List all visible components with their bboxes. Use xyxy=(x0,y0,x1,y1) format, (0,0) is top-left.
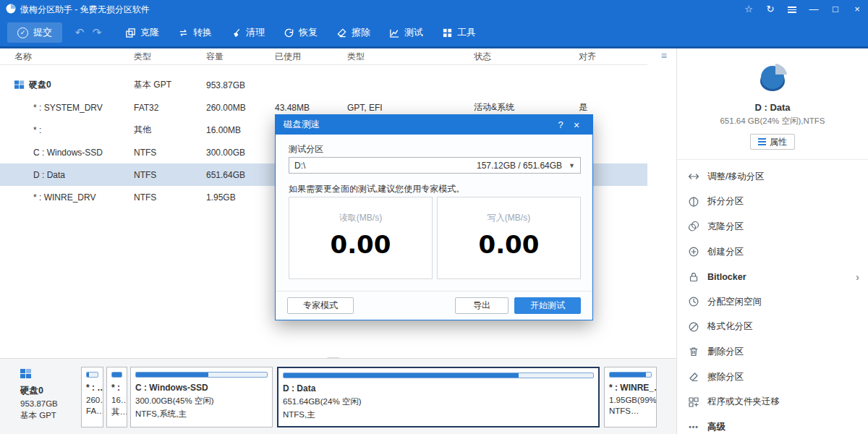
column-capacity[interactable]: 容量 xyxy=(206,51,275,63)
column-name[interactable]: 名称 xyxy=(14,51,134,63)
toolbar-item-erase[interactable]: 擦除 xyxy=(327,19,380,46)
dialog-body: 测试分区 D:\ 157.12GB / 651.64GB ▼ 如果需要更全面的测… xyxy=(276,135,592,320)
disk-icon xyxy=(14,80,25,90)
sidebar-action-resize-move[interactable]: 调整/移动分区 xyxy=(677,164,868,190)
toolbar-item-tools[interactable]: 工具 xyxy=(433,19,485,46)
sidebar-action-clone[interactable]: 克隆分区 xyxy=(677,214,868,239)
clean-icon xyxy=(231,27,242,38)
partition-block-winre[interactable]: * : WINRE_… 1.95GB(99%… NTFS… xyxy=(604,367,657,427)
dialog-titlebar: 磁盘测速 ? × xyxy=(276,115,592,135)
expert-mode-button[interactable]: 专家模式 xyxy=(287,297,354,314)
column-fs-type[interactable]: 类型 xyxy=(347,51,474,63)
toolbar-items: 克隆 转换 清理 恢复 擦除 测试 工具 xyxy=(116,19,485,46)
partition-block-d-drive[interactable]: D : Data 651.64GB(24% 空闲) NTFS,主 xyxy=(277,367,600,427)
table-row-disk0[interactable]: 硬盘0 基本 GPT 953.87GB xyxy=(0,74,647,96)
usage-bar xyxy=(609,372,652,378)
sidebar-action-delete[interactable]: 删除分区 xyxy=(677,339,868,365)
read-speed-value: 0.00 xyxy=(289,230,432,259)
sidebar-action-allocate-free-space[interactable]: 分配空闲空间 xyxy=(677,289,868,315)
column-used[interactable]: 已使用 xyxy=(275,51,347,63)
check-icon: ✓ xyxy=(17,27,28,38)
close-button[interactable]: × xyxy=(846,0,868,19)
sidebar-action-bitlocker[interactable]: Bitlocker › xyxy=(677,264,868,289)
write-speed-panel: 写入(MB/s) 0.00 xyxy=(437,197,581,279)
format-partition-icon xyxy=(688,321,699,333)
chevron-right-icon: › xyxy=(856,271,859,283)
clone-partition-icon xyxy=(688,221,699,232)
expert-mode-hint: 如果需要更全面的测试,建议您使用专家模式。 xyxy=(289,183,464,195)
column-status[interactable]: 状态 xyxy=(474,51,579,63)
partition-block-c-drive[interactable]: C : Windows-SSD 300.00GB(45% 空闲) NTFS,系统… xyxy=(130,367,273,427)
sidebar-action-format[interactable]: 格式化分区 xyxy=(677,315,868,340)
favorite-star-icon[interactable]: ☆ xyxy=(738,0,760,19)
erase-icon xyxy=(336,27,347,38)
disk-size: 953.87GB xyxy=(20,399,78,408)
disk-icon xyxy=(20,369,32,379)
sidebar-actions: 调整/移动分区 拆分分区 克隆分区 创建分区 Bitlocker › 分配空闲空… xyxy=(677,160,868,434)
partition-block-reserved[interactable]: * : 16… 其… xyxy=(106,367,127,427)
write-speed-label: 写入(MB/s) xyxy=(438,212,580,224)
partition-block-system[interactable]: * : … 260… FA… xyxy=(81,367,103,427)
selected-partition-name: D : Data xyxy=(677,102,868,113)
split-partition-icon xyxy=(688,196,699,208)
create-partition-icon xyxy=(688,246,699,258)
read-speed-panel: 读取(MB/s) 0.00 xyxy=(289,197,433,279)
export-button[interactable]: 导出 xyxy=(455,297,509,314)
trash-icon xyxy=(688,346,699,357)
sidebar-action-create[interactable]: 创建分区 xyxy=(677,239,868,265)
undo-icon[interactable]: ↶ xyxy=(71,26,88,39)
dialog-title: 磁盘测速 xyxy=(284,119,320,131)
sidebar-action-app-migration[interactable]: 程序或文件夹迁移 xyxy=(677,389,868,414)
dialog-close-icon[interactable]: × xyxy=(569,119,584,131)
menu-icon[interactable] xyxy=(781,0,803,19)
properties-button[interactable]: 属性 xyxy=(750,134,795,150)
write-speed-value: 0.00 xyxy=(438,230,580,259)
toolbar-divider xyxy=(0,46,868,48)
clock-icon xyxy=(688,296,699,307)
usage-bar xyxy=(111,372,122,378)
test-partition-label: 测试分区 xyxy=(289,143,323,156)
submit-label: 提交 xyxy=(33,26,52,39)
disk-info-block[interactable]: 硬盘0 953.87GB 基本 GPT xyxy=(7,359,78,434)
usage-bar xyxy=(135,372,268,378)
toolbar-item-test[interactable]: 测试 xyxy=(380,19,433,46)
resize-move-icon xyxy=(688,171,699,182)
window-controls: ☆ ↻ — □ × xyxy=(738,0,868,19)
submit-button[interactable]: ✓ 提交 xyxy=(7,22,62,43)
start-test-button[interactable]: 开始测试 xyxy=(514,297,581,314)
window-title: 傲梅分区助手 - 免费无损分区软件 xyxy=(20,4,150,16)
test-icon xyxy=(389,27,400,38)
disk-type: 基本 GPT xyxy=(20,410,78,421)
sidebar: D : Data 651.64 GB(24% 空闲),NTFS 属性 调整/移动… xyxy=(676,48,868,434)
column-type[interactable]: 类型 xyxy=(134,51,206,63)
recover-icon xyxy=(284,27,294,38)
partition-select-value: D:\ xyxy=(294,161,305,171)
migrate-icon xyxy=(688,396,699,408)
minimize-button[interactable]: — xyxy=(803,0,825,19)
partition-select[interactable]: D:\ 157.12GB / 651.64GB ▼ xyxy=(289,157,581,174)
sidebar-action-advanced[interactable]: ••• 高级 xyxy=(677,414,868,434)
more-icon: ••• xyxy=(688,423,699,431)
app-logo-icon xyxy=(6,4,16,16)
toolbar-item-convert[interactable]: 转换 xyxy=(169,19,221,46)
titlebar: 傲梅分区助手 - 免费无损分区软件 ☆ ↻ — □ × xyxy=(0,0,868,19)
refresh-icon[interactable]: ↻ xyxy=(760,0,781,19)
redo-icon[interactable]: ↷ xyxy=(88,26,106,39)
dropdown-arrow-icon: ▼ xyxy=(569,162,575,169)
selected-partition-info: 651.64 GB(24% 空闲),NTFS xyxy=(677,116,868,127)
convert-icon xyxy=(178,27,189,38)
toolbar-item-clone[interactable]: 克隆 xyxy=(116,19,169,46)
disk-map-panel: 硬盘0 953.87GB 基本 GPT * : … 260… FA… * : 1… xyxy=(0,358,676,434)
toolbar-item-clean[interactable]: 清理 xyxy=(221,19,274,46)
sidebar-action-wipe[interactable]: 擦除分区 xyxy=(677,365,868,390)
help-icon[interactable]: ? xyxy=(553,119,569,130)
column-settings-icon[interactable]: ≡ xyxy=(661,50,667,61)
sidebar-action-split[interactable]: 拆分分区 xyxy=(677,190,868,215)
partition-pie-icon xyxy=(754,60,791,95)
maximize-button[interactable]: □ xyxy=(825,0,846,19)
usage-bar xyxy=(283,373,594,378)
clone-icon xyxy=(125,27,136,38)
tools-icon xyxy=(442,27,453,38)
column-aligned[interactable]: 对齐 xyxy=(579,51,616,63)
toolbar-item-recover[interactable]: 恢复 xyxy=(274,19,327,46)
